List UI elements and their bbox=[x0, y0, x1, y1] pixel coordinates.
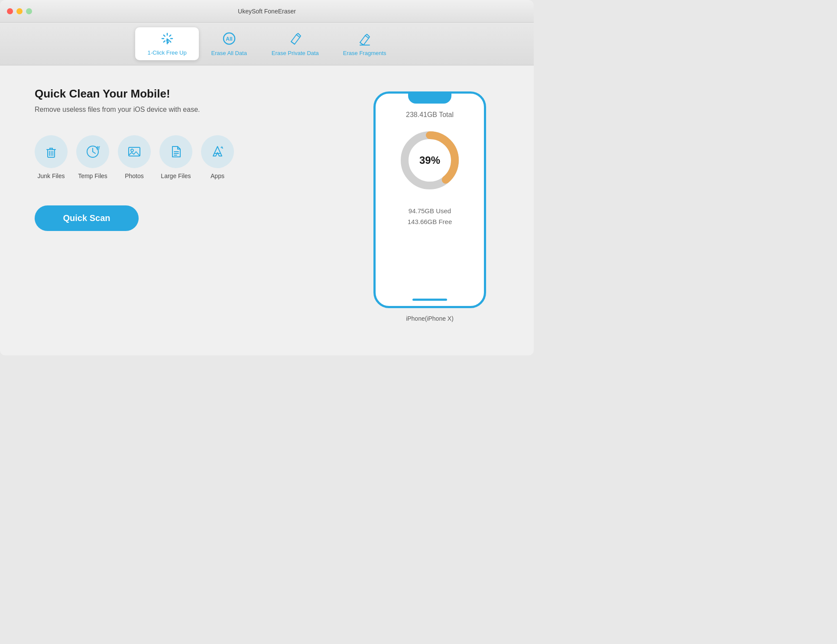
window-controls bbox=[7, 8, 32, 14]
svg-line-18 bbox=[93, 152, 95, 153]
feature-large-files[interactable]: Large Files bbox=[159, 135, 192, 179]
main-content: Quick Clean Your Mobile! Remove useless … bbox=[0, 65, 534, 355]
used-storage-label: 94.75GB Used bbox=[409, 207, 451, 215]
quick-scan-button[interactable]: Quick Scan bbox=[35, 205, 139, 231]
tab-one-click-free-up[interactable]: 1-Click Free Up bbox=[135, 27, 198, 60]
close-button[interactable] bbox=[7, 8, 13, 14]
large-files-icon-wrap bbox=[159, 135, 192, 168]
eraser1-icon bbox=[288, 31, 302, 48]
svg-line-21 bbox=[99, 146, 100, 147]
tab-erase-all-label: Erase All Data bbox=[211, 50, 247, 56]
svg-line-4 bbox=[163, 35, 165, 36]
svg-text:All: All bbox=[226, 36, 232, 42]
apps-label: Apps bbox=[211, 172, 224, 179]
feature-photos[interactable]: Photos bbox=[118, 135, 151, 179]
apps-icon bbox=[210, 144, 225, 159]
minimize-button[interactable] bbox=[16, 8, 23, 14]
large-file-icon bbox=[168, 144, 184, 159]
svg-point-23 bbox=[131, 149, 133, 152]
svg-line-6 bbox=[169, 35, 171, 36]
temp-files-label: Temp Files bbox=[78, 172, 107, 179]
headline: Quick Clean Your Mobile! bbox=[35, 87, 343, 101]
svg-line-7 bbox=[163, 41, 165, 42]
erase-all-icon: All bbox=[222, 31, 237, 48]
tab-erase-private-label: Erase Private Data bbox=[272, 50, 319, 56]
large-files-label: Large Files bbox=[161, 172, 191, 179]
temp-files-icon-wrap bbox=[76, 135, 109, 168]
free-storage-label: 143.66GB Free bbox=[408, 218, 452, 225]
trash-icon bbox=[43, 144, 59, 159]
iphone-content: 238.41GB Total 39% 94.75GB Used 143.66GB… bbox=[384, 111, 475, 225]
photos-label: Photos bbox=[125, 172, 144, 179]
total-storage-label: 238.41GB Total bbox=[406, 111, 454, 119]
eraser2-icon bbox=[357, 31, 372, 48]
features-row: Junk Files Temp Files bbox=[35, 135, 343, 179]
device-name-label: iPhone(iPhone X) bbox=[406, 315, 454, 322]
tab-erase-all-data[interactable]: All Erase All Data bbox=[199, 27, 260, 61]
storage-donut-chart: 39% bbox=[395, 126, 464, 195]
tab-erase-fragments[interactable]: Erase Fragments bbox=[331, 27, 399, 61]
tab-one-click-label: 1-Click Free Up bbox=[147, 49, 186, 56]
feature-junk-files[interactable]: Junk Files bbox=[35, 135, 68, 179]
iphone-notch bbox=[408, 93, 451, 104]
tab-erase-private-data[interactable]: Erase Private Data bbox=[260, 27, 331, 61]
cursor-icon bbox=[160, 32, 174, 48]
iphone-mockup: 238.41GB Total 39% 94.75GB Used 143.66GB… bbox=[373, 91, 486, 308]
title-bar: UkeySoft FoneEraser bbox=[0, 0, 534, 23]
tab-erase-fragments-label: Erase Fragments bbox=[343, 50, 386, 56]
clock-icon bbox=[85, 144, 101, 159]
usage-percent-label: 39% bbox=[419, 154, 440, 166]
feature-apps[interactable]: Apps bbox=[201, 135, 234, 179]
tab-bar: 1-Click Free Up All Erase All Data Erase… bbox=[0, 23, 534, 65]
feature-temp-files[interactable]: Temp Files bbox=[76, 135, 109, 179]
svg-line-5 bbox=[169, 41, 171, 42]
junk-files-label: Junk Files bbox=[37, 172, 65, 179]
maximize-button[interactable] bbox=[26, 8, 32, 14]
subheadline: Remove useless files from your iOS devic… bbox=[35, 106, 343, 114]
app-title: UkeySoft FoneEraser bbox=[238, 8, 296, 15]
right-panel: 238.41GB Total 39% 94.75GB Used 143.66GB… bbox=[360, 87, 499, 345]
left-panel: Quick Clean Your Mobile! Remove useless … bbox=[35, 87, 343, 345]
junk-files-icon-wrap bbox=[35, 135, 68, 168]
photo-icon bbox=[127, 144, 142, 159]
iphone-home-indicator bbox=[412, 299, 447, 301]
photos-icon-wrap bbox=[118, 135, 151, 168]
apps-icon-wrap bbox=[201, 135, 234, 168]
